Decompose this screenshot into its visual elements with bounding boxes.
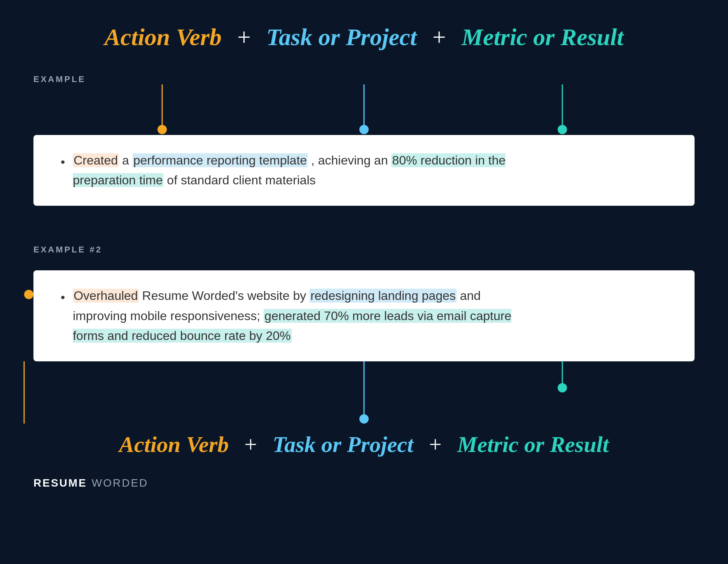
example2-action: Overhauled (73, 289, 138, 303)
header-plus1: + (237, 23, 251, 51)
branding: RESUME WORDED (33, 477, 695, 489)
header-action-verb: Action Verb (104, 23, 221, 51)
svg-point-1 (158, 125, 167, 134)
example2-box: • Overhauled Resume Worded's website by … (33, 270, 695, 361)
example2-gap1: Resume Worded's website by (142, 289, 310, 303)
footer-plus1: + (244, 431, 257, 457)
example2-orange-dot (24, 290, 33, 299)
example2-bullet: • Overhauled Resume Worded's website by … (61, 286, 675, 346)
footer-task: Task or Project (273, 431, 413, 457)
example2-box-wrapper: • Overhauled Resume Worded's website by … (33, 270, 695, 361)
brand-worded: WORDED (92, 477, 149, 489)
example1-gap2: , achieving an (311, 153, 391, 167)
footer-plus2: + (429, 431, 442, 457)
svg-point-8 (359, 414, 369, 424)
brand-resume: RESUME (33, 477, 87, 489)
section-gap (33, 206, 695, 229)
example2-label: EXAMPLE #2 (33, 233, 102, 255)
example1-gap3: of standard client materials (167, 173, 315, 187)
example1-section: EXAMPLE • Created a (33, 51, 695, 206)
footer-action-verb: Action Verb (119, 431, 229, 457)
example2-section: EXAMPLE #2 • Overhauled Resume Worded's … (33, 229, 695, 424)
example2-task: redesigning landing pages (310, 289, 457, 303)
example2-bottom-connectors (33, 361, 695, 424)
example1-box: • Created a performance reporting templa… (33, 135, 695, 206)
bullet-dot-2: • (61, 287, 65, 307)
example2-top-gap (33, 255, 695, 270)
header-formula: Action Verb + Task or Project + Metric o… (33, 16, 695, 51)
example2-text: Overhauled Resume Worded's website by re… (73, 286, 511, 346)
example1-connectors-svg (33, 84, 695, 135)
svg-point-10 (558, 383, 567, 392)
example1-task: performance reporting template (133, 153, 308, 167)
example1-text: Created a performance reporting template… (73, 151, 506, 190)
footer-metric: Metric or Result (457, 431, 609, 457)
bullet-dot-1: • (61, 152, 65, 172)
example1-action: Created (73, 153, 119, 167)
example1-bullet: • Created a performance reporting templa… (61, 151, 675, 190)
main-container: Action Verb + Task or Project + Metric o… (33, 16, 695, 489)
example1-gap1: a (122, 153, 133, 167)
header-metric: Metric or Result (462, 23, 624, 51)
header-task: Task or Project (266, 23, 417, 51)
footer-formula: Action Verb + Task or Project + Metric o… (33, 431, 695, 457)
header-plus2: + (432, 23, 446, 51)
example2-connectors-svg (33, 361, 695, 424)
svg-point-5 (558, 125, 567, 134)
svg-point-3 (359, 125, 369, 134)
example1-label: EXAMPLE (33, 63, 119, 84)
